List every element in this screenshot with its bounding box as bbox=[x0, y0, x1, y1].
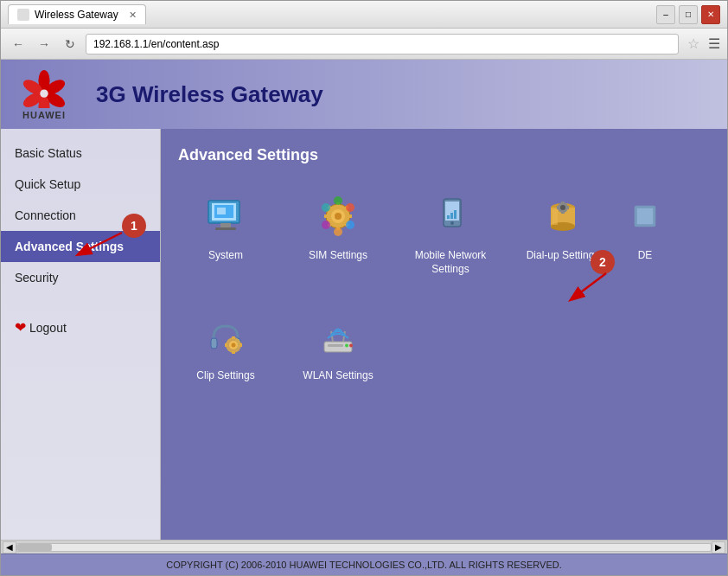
svg-point-20 bbox=[335, 213, 342, 220]
title-bar: Wireless Gateway ✕ – □ ✕ bbox=[1, 1, 727, 29]
icon-item-wlan[interactable]: WLAN Settings bbox=[291, 302, 386, 392]
minimize-button[interactable]: – bbox=[656, 5, 675, 24]
scroll-right-button[interactable]: ▶ bbox=[712, 541, 725, 554]
window-controls: – □ ✕ bbox=[656, 5, 720, 24]
nav-bar: ← → ↻ ☆ ☰ bbox=[1, 29, 727, 60]
svg-rect-13 bbox=[220, 223, 231, 227]
svg-point-30 bbox=[346, 203, 354, 212]
back-button[interactable]: ← bbox=[8, 34, 29, 54]
content-title: Advanced Settings bbox=[178, 146, 710, 164]
tab-area: Wireless Gateway ✕ bbox=[8, 4, 649, 24]
icon-item-sim-settings[interactable]: SIM Settings bbox=[291, 182, 386, 285]
system-icon bbox=[200, 190, 252, 242]
svg-line-10 bbox=[572, 273, 606, 299]
svg-point-57 bbox=[232, 343, 236, 348]
svg-rect-60 bbox=[225, 343, 227, 347]
main-area: 1 Basic Status Quick Setup bbox=[1, 129, 727, 540]
sidebar: 1 Basic Status Quick Setup bbox=[1, 129, 161, 540]
wlan-icon bbox=[312, 310, 364, 362]
svg-rect-23 bbox=[324, 214, 329, 218]
svg-line-8 bbox=[79, 233, 122, 254]
sidebar-item-security[interactable]: Security bbox=[1, 262, 160, 293]
brand-label: HUAWEI bbox=[22, 110, 66, 120]
logout-icon: ❤ bbox=[15, 319, 26, 336]
svg-rect-44 bbox=[552, 209, 558, 225]
mobile-network-label: Mobile Network Settings bbox=[412, 249, 489, 276]
svg-point-6 bbox=[40, 89, 48, 97]
svg-rect-47 bbox=[561, 202, 565, 205]
icon-item-system[interactable]: System bbox=[178, 182, 273, 285]
address-bar[interactable] bbox=[86, 34, 679, 54]
svg-rect-49 bbox=[557, 206, 560, 209]
page-title: 3G Wireless Gateway bbox=[96, 81, 323, 108]
svg-rect-59 bbox=[232, 351, 235, 354]
horizontal-scrollbar[interactable]: ◀ ▶ bbox=[1, 540, 727, 554]
de-icon bbox=[628, 190, 662, 242]
svg-point-34 bbox=[322, 203, 330, 212]
bookmark-icon[interactable]: ☆ bbox=[687, 35, 699, 52]
svg-rect-63 bbox=[328, 344, 343, 347]
svg-point-29 bbox=[334, 196, 342, 205]
svg-point-46 bbox=[560, 205, 565, 210]
sim-label: SIM Settings bbox=[309, 249, 367, 263]
refresh-button[interactable]: ↻ bbox=[60, 34, 80, 54]
svg-rect-61 bbox=[239, 343, 242, 347]
svg-rect-50 bbox=[565, 206, 569, 209]
svg-rect-24 bbox=[348, 214, 352, 218]
annotation-arrow-2 bbox=[563, 269, 623, 304]
svg-rect-48 bbox=[561, 210, 565, 214]
svg-rect-16 bbox=[217, 208, 226, 214]
icon-grid: System bbox=[178, 182, 710, 392]
svg-point-33 bbox=[322, 221, 330, 229]
maximize-button[interactable]: □ bbox=[679, 5, 698, 24]
sidebar-item-basic-status[interactable]: Basic Status bbox=[1, 138, 160, 169]
huawei-logo-icon bbox=[18, 69, 70, 108]
tab-close-button[interactable]: ✕ bbox=[129, 10, 137, 21]
svg-rect-40 bbox=[454, 210, 457, 219]
icon-item-mobile-network[interactable]: Mobile Network Settings bbox=[403, 182, 498, 285]
dialup-icon bbox=[537, 190, 589, 242]
dialup-label: Dial-up Settings bbox=[527, 249, 600, 263]
clip-icon bbox=[200, 310, 252, 362]
close-button[interactable]: ✕ bbox=[701, 5, 720, 24]
svg-point-32 bbox=[334, 227, 342, 236]
svg-rect-39 bbox=[450, 213, 453, 219]
browser-tab[interactable]: Wireless Gateway ✕ bbox=[8, 4, 146, 24]
svg-rect-14 bbox=[215, 227, 236, 230]
svg-rect-58 bbox=[232, 336, 235, 339]
svg-rect-38 bbox=[447, 215, 450, 219]
svg-point-65 bbox=[349, 344, 353, 348]
clip-label: Clip Settings bbox=[196, 369, 254, 383]
scrollbar-track[interactable] bbox=[16, 543, 712, 552]
svg-point-31 bbox=[346, 221, 354, 229]
page-header: HUAWEI 3G Wireless Gateway bbox=[1, 60, 727, 129]
de-label: DE bbox=[638, 249, 653, 263]
sidebar-item-quick-setup[interactable]: Quick Setup bbox=[1, 169, 160, 200]
annotation-arrow-1 bbox=[70, 224, 139, 259]
svg-rect-52 bbox=[637, 208, 653, 224]
menu-icon[interactable]: ☰ bbox=[708, 35, 720, 52]
system-label: System bbox=[208, 249, 243, 263]
scrollbar-thumb[interactable] bbox=[17, 544, 52, 551]
tab-title: Wireless Gateway bbox=[35, 9, 118, 21]
svg-point-37 bbox=[450, 221, 454, 225]
sim-icon bbox=[312, 190, 364, 242]
forward-button[interactable]: → bbox=[34, 34, 54, 54]
icon-item-clip-settings[interactable]: Clip Settings bbox=[178, 302, 273, 392]
page-content: HUAWEI 3G Wireless Gateway 1 bbox=[1, 60, 727, 575]
logout-button[interactable]: ❤ Logout bbox=[1, 310, 160, 344]
icon-item-de[interactable]: DE bbox=[628, 182, 662, 285]
svg-point-64 bbox=[345, 344, 348, 348]
wlan-label: WLAN Settings bbox=[303, 369, 373, 383]
browser-window: Wireless Gateway ✕ – □ ✕ ← → ↻ ☆ ☰ bbox=[0, 0, 728, 576]
mobile-network-icon bbox=[425, 190, 476, 242]
page-footer: COPYRIGHT (C) 2006-2010 HUAWEI TECHNOLOG… bbox=[1, 554, 727, 575]
scroll-left-button[interactable]: ◀ bbox=[3, 541, 16, 554]
content-area: Advanced Settings 2 bbox=[161, 129, 727, 540]
tab-favicon bbox=[17, 9, 29, 21]
logo-area: HUAWEI bbox=[18, 69, 70, 120]
svg-rect-53 bbox=[211, 338, 217, 349]
